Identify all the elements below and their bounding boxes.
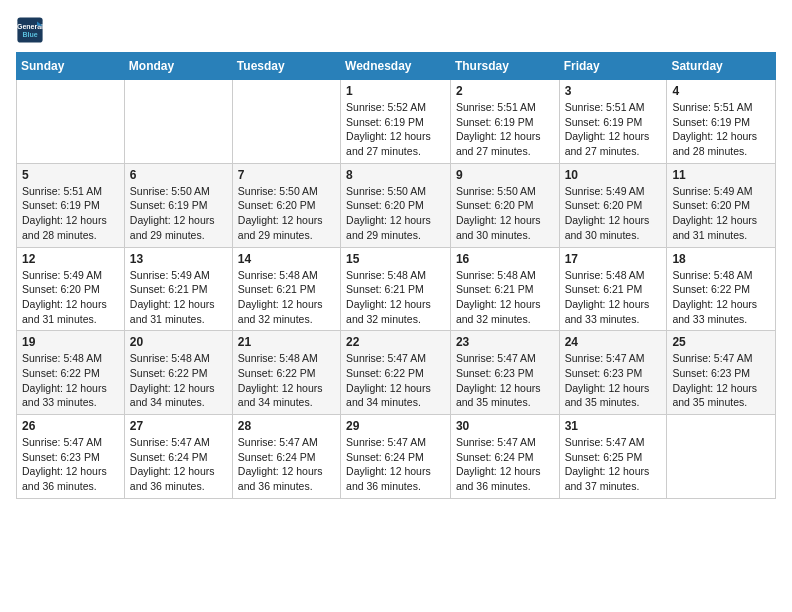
day-info: Sunrise: 5:48 AMSunset: 6:21 PMDaylight:… (456, 268, 554, 327)
day-number: 31 (565, 419, 662, 433)
svg-rect-0 (17, 17, 42, 42)
day-number: 25 (672, 335, 770, 349)
day-number: 16 (456, 252, 554, 266)
day-info: Sunrise: 5:48 AMSunset: 6:21 PMDaylight:… (346, 268, 445, 327)
day-info: Sunrise: 5:50 AMSunset: 6:20 PMDaylight:… (456, 184, 554, 243)
day-info: Sunrise: 5:48 AMSunset: 6:21 PMDaylight:… (238, 268, 335, 327)
day-number: 26 (22, 419, 119, 433)
day-number: 23 (456, 335, 554, 349)
day-number: 28 (238, 419, 335, 433)
day-number: 8 (346, 168, 445, 182)
calendar-cell: 3Sunrise: 5:51 AMSunset: 6:19 PMDaylight… (559, 80, 667, 164)
day-info: Sunrise: 5:51 AMSunset: 6:19 PMDaylight:… (456, 100, 554, 159)
day-info: Sunrise: 5:48 AMSunset: 6:22 PMDaylight:… (238, 351, 335, 410)
calendar-cell (124, 80, 232, 164)
calendar-week-row: 5Sunrise: 5:51 AMSunset: 6:19 PMDaylight… (17, 163, 776, 247)
calendar-cell: 9Sunrise: 5:50 AMSunset: 6:20 PMDaylight… (450, 163, 559, 247)
day-info: Sunrise: 5:51 AMSunset: 6:19 PMDaylight:… (565, 100, 662, 159)
logo: General Blue (16, 16, 48, 44)
day-number: 1 (346, 84, 445, 98)
day-number: 12 (22, 252, 119, 266)
calendar-cell: 7Sunrise: 5:50 AMSunset: 6:20 PMDaylight… (232, 163, 340, 247)
calendar-cell: 13Sunrise: 5:49 AMSunset: 6:21 PMDayligh… (124, 247, 232, 331)
day-number: 11 (672, 168, 770, 182)
weekday-header: Saturday (667, 53, 776, 80)
day-info: Sunrise: 5:52 AMSunset: 6:19 PMDaylight:… (346, 100, 445, 159)
day-info: Sunrise: 5:50 AMSunset: 6:20 PMDaylight:… (346, 184, 445, 243)
calendar-week-row: 1Sunrise: 5:52 AMSunset: 6:19 PMDaylight… (17, 80, 776, 164)
calendar-cell: 31Sunrise: 5:47 AMSunset: 6:25 PMDayligh… (559, 415, 667, 499)
day-number: 2 (456, 84, 554, 98)
logo-icon: General Blue (16, 16, 44, 44)
svg-text:Blue: Blue (22, 31, 37, 38)
day-info: Sunrise: 5:48 AMSunset: 6:21 PMDaylight:… (565, 268, 662, 327)
calendar-cell: 27Sunrise: 5:47 AMSunset: 6:24 PMDayligh… (124, 415, 232, 499)
day-info: Sunrise: 5:50 AMSunset: 6:19 PMDaylight:… (130, 184, 227, 243)
day-info: Sunrise: 5:49 AMSunset: 6:20 PMDaylight:… (22, 268, 119, 327)
weekday-header: Friday (559, 53, 667, 80)
day-number: 17 (565, 252, 662, 266)
calendar-cell: 18Sunrise: 5:48 AMSunset: 6:22 PMDayligh… (667, 247, 776, 331)
calendar-cell: 10Sunrise: 5:49 AMSunset: 6:20 PMDayligh… (559, 163, 667, 247)
calendar-cell: 14Sunrise: 5:48 AMSunset: 6:21 PMDayligh… (232, 247, 340, 331)
calendar-cell: 8Sunrise: 5:50 AMSunset: 6:20 PMDaylight… (341, 163, 451, 247)
day-info: Sunrise: 5:48 AMSunset: 6:22 PMDaylight:… (22, 351, 119, 410)
calendar-cell: 21Sunrise: 5:48 AMSunset: 6:22 PMDayligh… (232, 331, 340, 415)
day-number: 9 (456, 168, 554, 182)
day-number: 21 (238, 335, 335, 349)
calendar-cell: 6Sunrise: 5:50 AMSunset: 6:19 PMDaylight… (124, 163, 232, 247)
calendar-header-row: SundayMondayTuesdayWednesdayThursdayFrid… (17, 53, 776, 80)
calendar-week-row: 26Sunrise: 5:47 AMSunset: 6:23 PMDayligh… (17, 415, 776, 499)
calendar-cell: 17Sunrise: 5:48 AMSunset: 6:21 PMDayligh… (559, 247, 667, 331)
calendar-cell (17, 80, 125, 164)
calendar-cell: 22Sunrise: 5:47 AMSunset: 6:22 PMDayligh… (341, 331, 451, 415)
day-info: Sunrise: 5:48 AMSunset: 6:22 PMDaylight:… (130, 351, 227, 410)
calendar-cell: 30Sunrise: 5:47 AMSunset: 6:24 PMDayligh… (450, 415, 559, 499)
calendar-cell: 19Sunrise: 5:48 AMSunset: 6:22 PMDayligh… (17, 331, 125, 415)
calendar-table: SundayMondayTuesdayWednesdayThursdayFrid… (16, 52, 776, 499)
calendar-cell (232, 80, 340, 164)
calendar-cell: 20Sunrise: 5:48 AMSunset: 6:22 PMDayligh… (124, 331, 232, 415)
day-number: 22 (346, 335, 445, 349)
day-number: 20 (130, 335, 227, 349)
day-number: 24 (565, 335, 662, 349)
day-info: Sunrise: 5:47 AMSunset: 6:23 PMDaylight:… (456, 351, 554, 410)
calendar-cell: 12Sunrise: 5:49 AMSunset: 6:20 PMDayligh… (17, 247, 125, 331)
calendar-week-row: 12Sunrise: 5:49 AMSunset: 6:20 PMDayligh… (17, 247, 776, 331)
day-number: 3 (565, 84, 662, 98)
day-number: 19 (22, 335, 119, 349)
day-info: Sunrise: 5:48 AMSunset: 6:22 PMDaylight:… (672, 268, 770, 327)
calendar-cell: 28Sunrise: 5:47 AMSunset: 6:24 PMDayligh… (232, 415, 340, 499)
day-number: 15 (346, 252, 445, 266)
weekday-header: Thursday (450, 53, 559, 80)
day-number: 10 (565, 168, 662, 182)
day-info: Sunrise: 5:47 AMSunset: 6:24 PMDaylight:… (456, 435, 554, 494)
weekday-header: Wednesday (341, 53, 451, 80)
day-info: Sunrise: 5:49 AMSunset: 6:21 PMDaylight:… (130, 268, 227, 327)
calendar-cell: 26Sunrise: 5:47 AMSunset: 6:23 PMDayligh… (17, 415, 125, 499)
day-number: 18 (672, 252, 770, 266)
calendar-cell: 24Sunrise: 5:47 AMSunset: 6:23 PMDayligh… (559, 331, 667, 415)
day-info: Sunrise: 5:51 AMSunset: 6:19 PMDaylight:… (22, 184, 119, 243)
calendar-cell (667, 415, 776, 499)
day-info: Sunrise: 5:49 AMSunset: 6:20 PMDaylight:… (565, 184, 662, 243)
day-number: 29 (346, 419, 445, 433)
day-info: Sunrise: 5:49 AMSunset: 6:20 PMDaylight:… (672, 184, 770, 243)
weekday-header: Monday (124, 53, 232, 80)
day-info: Sunrise: 5:51 AMSunset: 6:19 PMDaylight:… (672, 100, 770, 159)
day-number: 30 (456, 419, 554, 433)
calendar-week-row: 19Sunrise: 5:48 AMSunset: 6:22 PMDayligh… (17, 331, 776, 415)
day-info: Sunrise: 5:47 AMSunset: 6:23 PMDaylight:… (565, 351, 662, 410)
calendar-cell: 4Sunrise: 5:51 AMSunset: 6:19 PMDaylight… (667, 80, 776, 164)
day-info: Sunrise: 5:47 AMSunset: 6:23 PMDaylight:… (672, 351, 770, 410)
calendar-cell: 23Sunrise: 5:47 AMSunset: 6:23 PMDayligh… (450, 331, 559, 415)
day-info: Sunrise: 5:47 AMSunset: 6:23 PMDaylight:… (22, 435, 119, 494)
calendar-cell: 1Sunrise: 5:52 AMSunset: 6:19 PMDaylight… (341, 80, 451, 164)
day-number: 27 (130, 419, 227, 433)
day-info: Sunrise: 5:47 AMSunset: 6:24 PMDaylight:… (130, 435, 227, 494)
day-number: 4 (672, 84, 770, 98)
day-info: Sunrise: 5:47 AMSunset: 6:24 PMDaylight:… (346, 435, 445, 494)
calendar-cell: 5Sunrise: 5:51 AMSunset: 6:19 PMDaylight… (17, 163, 125, 247)
calendar-cell: 25Sunrise: 5:47 AMSunset: 6:23 PMDayligh… (667, 331, 776, 415)
day-info: Sunrise: 5:47 AMSunset: 6:25 PMDaylight:… (565, 435, 662, 494)
